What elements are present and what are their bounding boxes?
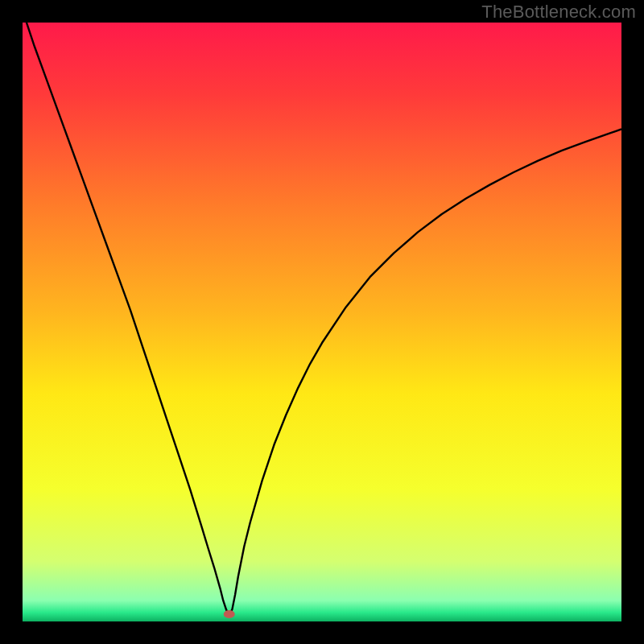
- chart-background: [23, 23, 621, 621]
- optimum-marker: [224, 610, 235, 618]
- chart-frame: TheBottleneck.com: [0, 0, 644, 644]
- plot-area: [23, 23, 621, 621]
- watermark-text: TheBottleneck.com: [481, 2, 636, 23]
- chart-svg: [23, 23, 621, 621]
